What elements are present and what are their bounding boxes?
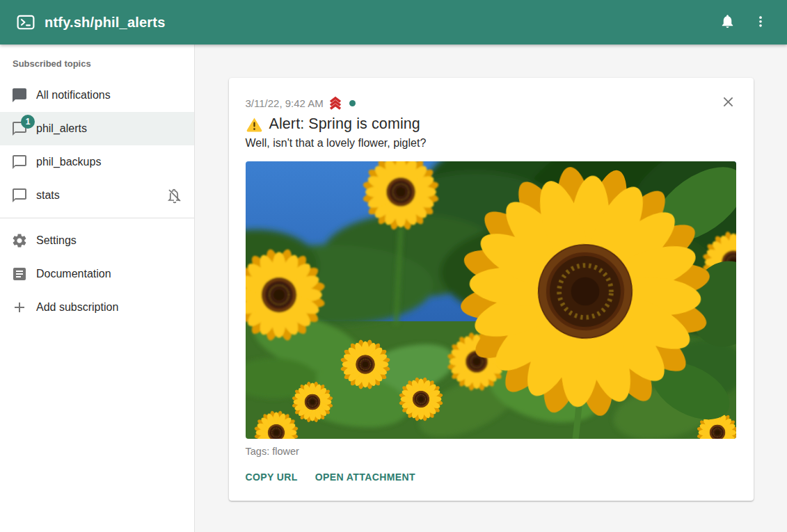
bell-icon bbox=[720, 13, 736, 31]
chat-outline-icon bbox=[11, 187, 28, 204]
warning-emoji-icon bbox=[246, 116, 263, 133]
sidebar-item-label: stats bbox=[36, 189, 166, 202]
app-bar: ntfy.sh/phil_alerts bbox=[0, 0, 787, 45]
overflow-menu-button[interactable] bbox=[744, 6, 777, 39]
main-area: 3/11/22, 9:42 AM bbox=[195, 45, 787, 532]
vertical-dots-icon bbox=[754, 15, 768, 31]
notification-timestamp: 3/11/22, 9:42 AM bbox=[246, 97, 324, 109]
sidebar-item-label: Add subscription bbox=[36, 301, 183, 314]
sidebar: Subscribed topics All notifications 1 ph… bbox=[0, 45, 195, 532]
notification-meta: 3/11/22, 9:42 AM bbox=[246, 96, 736, 111]
sidebar-item-add-subscription[interactable]: Add subscription bbox=[0, 291, 194, 324]
sidebar-item-label: phil_backups bbox=[36, 156, 183, 168]
notification-title: Alert: Spring is coming bbox=[269, 115, 420, 133]
sidebar-item-label: Documentation bbox=[36, 268, 183, 280]
sidebar-item-documentation[interactable]: Documentation bbox=[0, 257, 194, 291]
notification-card: 3/11/22, 9:42 AM bbox=[229, 78, 754, 501]
chat-outline-icon bbox=[11, 154, 28, 170]
sidebar-item-all-notifications[interactable]: All notifications bbox=[0, 79, 194, 112]
sidebar-item-label: All notifications bbox=[36, 89, 183, 102]
notifications-muted-icon bbox=[166, 187, 183, 204]
article-icon bbox=[11, 266, 28, 282]
sidebar-divider bbox=[0, 218, 194, 218]
copy-url-button[interactable]: COPY URL bbox=[246, 469, 298, 485]
gear-icon bbox=[11, 232, 28, 249]
sidebar-item-settings[interactable]: Settings bbox=[0, 224, 194, 257]
plus-icon bbox=[11, 299, 28, 316]
subscribed-topics-label: Subscribed topics bbox=[0, 58, 194, 79]
terminal-logo-icon bbox=[17, 13, 35, 31]
close-icon bbox=[721, 95, 736, 111]
notification-actions: COPY URL OPEN ATTACHMENT bbox=[246, 469, 736, 485]
sidebar-item-phil-alerts[interactable]: 1 phil_alerts bbox=[0, 112, 194, 145]
sidebar-item-label: Settings bbox=[36, 234, 183, 247]
page-title: ntfy.sh/phil_alerts bbox=[45, 15, 710, 31]
priority-max-icon bbox=[328, 96, 343, 111]
attachment-image[interactable] bbox=[246, 161, 736, 439]
chat-outline-icon: 1 bbox=[11, 120, 28, 137]
ntfy-app: ntfy.sh/phil_alerts Subscribed topics bbox=[0, 0, 787, 532]
open-attachment-button[interactable]: OPEN ATTACHMENT bbox=[315, 469, 415, 485]
sidebar-item-stats[interactable]: stats bbox=[0, 179, 194, 212]
sidebar-item-label: phil_alerts bbox=[36, 122, 183, 135]
notification-tags: Tags: flower bbox=[246, 446, 736, 457]
notifications-bell-button[interactable] bbox=[710, 6, 744, 39]
chat-filled-icon bbox=[11, 87, 28, 104]
unread-dot-icon bbox=[349, 100, 356, 106]
unread-count-badge: 1 bbox=[21, 115, 35, 129]
sidebar-item-phil-backups[interactable]: phil_backups bbox=[0, 145, 194, 179]
notification-title-row: Alert: Spring is coming bbox=[246, 115, 736, 133]
close-notification-button[interactable] bbox=[715, 89, 742, 117]
notification-body: Well, isn't that a lovely flower, piglet… bbox=[246, 137, 736, 150]
